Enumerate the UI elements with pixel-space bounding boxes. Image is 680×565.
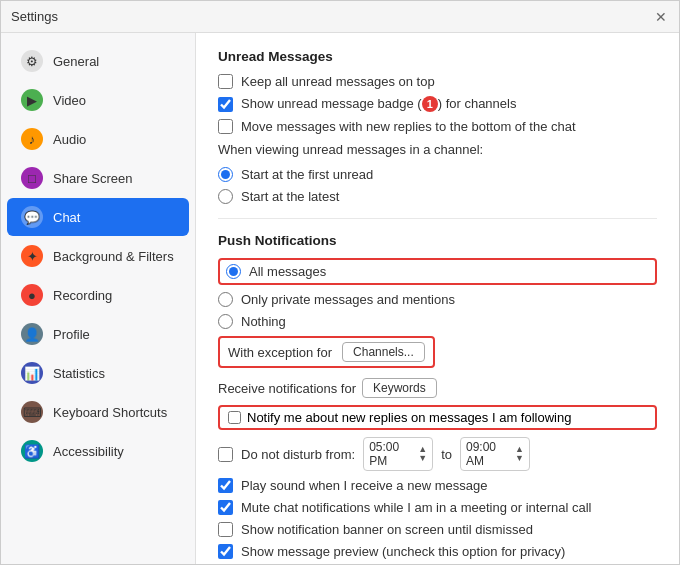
sidebar-item-chat[interactable]: 💬Chat [7,198,189,236]
play-sound-row: Play sound when I receive a new message [218,478,657,493]
mute-meeting-row: Mute chat notifications while I am in a … [218,500,657,515]
dnd-row: Do not disturb from: 05:00 PM ▲ ▼ to 09:… [218,437,657,471]
sidebar: ⚙General▶Video♪Audio□Share Screen💬Chat✦B… [1,33,196,564]
show-preview-checkbox[interactable] [218,544,233,559]
notify-replies-label: Notify me about new replies on messages … [247,410,571,425]
sidebar-label-profile: Profile [53,327,90,342]
sidebar-label-recording: Recording [53,288,112,303]
exception-row: With exception for Channels... [218,336,435,368]
dnd-to-input[interactable]: 09:00 AM ▲ ▼ [460,437,530,471]
sidebar-item-keyboard[interactable]: ⌨Keyboard Shortcuts [7,393,189,431]
down-arrow-to[interactable]: ▼ [515,454,524,463]
keep-top-checkbox[interactable] [218,74,233,89]
keyboard-icon: ⌨ [21,401,43,423]
show-banner-label: Show notification banner on screen until… [241,522,533,537]
show-badge-checkbox[interactable] [218,97,233,112]
notify-row: Notify me about new replies on messages … [218,405,657,430]
sidebar-label-chat: Chat [53,210,80,225]
move-bottom-row: Move messages with new replies to the bo… [218,119,657,134]
dnd-from-spinner[interactable]: ▲ ▼ [418,445,427,463]
dnd-from-value: 05:00 PM [369,440,418,468]
sidebar-item-audio[interactable]: ♪Audio [7,120,189,158]
viewing-label: When viewing unread messages in a channe… [218,142,657,157]
sidebar-item-profile[interactable]: 👤Profile [7,315,189,353]
dnd-from-input[interactable]: 05:00 PM ▲ ▼ [363,437,433,471]
latest-row: Start at the latest [218,189,657,204]
keep-top-label: Keep all unread messages on top [241,74,435,89]
dnd-label: Do not disturb from: [241,447,355,462]
sidebar-label-keyboard: Keyboard Shortcuts [53,405,167,420]
content-area: ⚙General▶Video♪Audio□Share Screen💬Chat✦B… [1,33,679,564]
latest-label: Start at the latest [241,189,339,204]
private-mentions-radio[interactable] [218,292,233,307]
private-mentions-row: Only private messages and mentions [218,292,657,307]
sidebar-label-share-screen: Share Screen [53,171,133,186]
sidebar-label-general: General [53,54,99,69]
channels-button[interactable]: Channels... [342,342,425,362]
statistics-icon: 📊 [21,362,43,384]
show-badge-row: Show unread message badge (1) for channe… [218,96,657,112]
show-preview-label: Show message preview (uncheck this optio… [241,544,565,559]
sidebar-item-statistics[interactable]: 📊Statistics [7,354,189,392]
close-button[interactable]: ✕ [653,9,669,25]
accessibility-icon: ♿ [21,440,43,462]
sidebar-item-background[interactable]: ✦Background & Filters [7,237,189,275]
profile-icon: 👤 [21,323,43,345]
all-messages-row: All messages [218,258,657,285]
move-bottom-checkbox[interactable] [218,119,233,134]
latest-radio[interactable] [218,189,233,204]
chat-icon: 💬 [21,206,43,228]
unread-section-title: Unread Messages [218,49,657,64]
push-section-title: Push Notifications [218,233,657,248]
main-panel: Unread Messages Keep all unread messages… [196,33,679,564]
first-unread-row: Start at the first unread [218,167,657,182]
play-sound-checkbox[interactable] [218,478,233,493]
titlebar: Settings ✕ [1,1,679,33]
exception-label: With exception for [228,345,332,360]
sidebar-item-video[interactable]: ▶Video [7,81,189,119]
share-screen-icon: □ [21,167,43,189]
dnd-to-spinner[interactable]: ▲ ▼ [515,445,524,463]
dnd-to-value: 09:00 AM [466,440,515,468]
first-unread-label: Start at the first unread [241,167,373,182]
mute-meeting-label: Mute chat notifications while I am in a … [241,500,591,515]
play-sound-label: Play sound when I receive a new message [241,478,487,493]
push-section: Push Notifications All messages Only pri… [218,233,657,559]
unread-badge: 1 [422,96,438,112]
window-title: Settings [11,9,58,24]
notify-replies-checkbox[interactable] [228,411,241,424]
mute-meeting-checkbox[interactable] [218,500,233,515]
nothing-radio[interactable] [218,314,233,329]
show-banner-checkbox[interactable] [218,522,233,537]
first-unread-radio[interactable] [218,167,233,182]
sidebar-label-statistics: Statistics [53,366,105,381]
settings-window: Settings ✕ ⚙General▶Video♪Audio□Share Sc… [0,0,680,565]
video-icon: ▶ [21,89,43,111]
sidebar-item-accessibility[interactable]: ♿Accessibility [7,432,189,470]
keywords-button[interactable]: Keywords [362,378,437,398]
keep-top-row: Keep all unread messages on top [218,74,657,89]
audio-icon: ♪ [21,128,43,150]
sidebar-item-general[interactable]: ⚙General [7,42,189,80]
sidebar-item-recording[interactable]: ●Recording [7,276,189,314]
show-preview-row: Show message preview (uncheck this optio… [218,544,657,559]
sidebar-label-accessibility: Accessibility [53,444,124,459]
down-arrow[interactable]: ▼ [418,454,427,463]
to-label: to [441,447,452,462]
background-icon: ✦ [21,245,43,267]
sidebar-item-share-screen[interactable]: □Share Screen [7,159,189,197]
nothing-row: Nothing [218,314,657,329]
nothing-label: Nothing [241,314,286,329]
sidebar-label-audio: Audio [53,132,86,147]
receive-row: Receive notifications for Keywords [218,378,657,398]
recording-icon: ● [21,284,43,306]
show-banner-row: Show notification banner on screen until… [218,522,657,537]
all-messages-label: All messages [249,264,326,279]
all-messages-radio[interactable] [226,264,241,279]
sidebar-label-background: Background & Filters [53,249,174,264]
move-bottom-label: Move messages with new replies to the bo… [241,119,576,134]
private-mentions-label: Only private messages and mentions [241,292,455,307]
general-icon: ⚙ [21,50,43,72]
sidebar-label-video: Video [53,93,86,108]
dnd-checkbox[interactable] [218,447,233,462]
